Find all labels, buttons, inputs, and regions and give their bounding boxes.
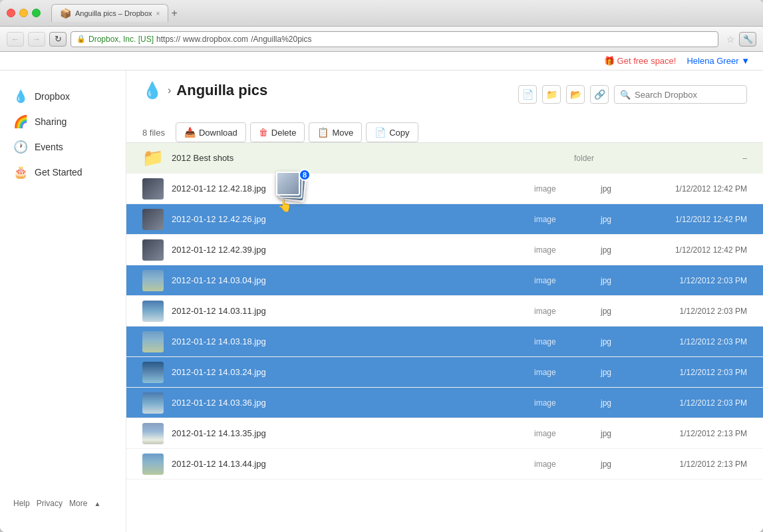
back-button[interactable]: ← [7,32,24,47]
new-folder-icon: 📁 [546,89,557,100]
file-type: image [534,368,601,377]
table-row[interactable]: 2012-01-12 12.42.39.jpg image jpg 1/12/2… [126,235,763,265]
sidebar-item-events[interactable]: 🕐 Events [0,134,126,160]
user-menu-link[interactable]: Helena Greer ▼ [687,56,750,66]
file-list: 📁 2012 Best shots folder – 2012-01-12 12… [126,143,763,532]
table-row[interactable]: 2012-01-12 14.13.35.jpg image jpg 1/12/2… [126,418,763,449]
file-ext: jpg [601,245,641,255]
maximize-window-button[interactable] [32,9,41,17]
move-button[interactable]: 📋 Move [309,122,362,142]
upload-file-button[interactable]: 📄 [518,85,537,104]
file-name: 2012 Best shots [172,153,574,163]
get-free-space-link[interactable]: 🎁 Get free space! [604,56,677,66]
bookmark-button[interactable]: ☆ [726,34,735,45]
table-row[interactable]: 2012-01-12 14.03.36.jpg image jpg 1/12/2… [126,388,763,418]
breadcrumb-separator: › [168,84,171,96]
file-type: image [534,460,601,469]
image-thumbnail [142,423,164,444]
new-tab-button[interactable]: + [171,7,177,19]
sidebar-item-get-started[interactable]: 🎂 Get Started [0,160,126,185]
search-icon: 🔍 [620,90,631,100]
user-dropdown-arrow: ▼ [741,56,750,66]
file-date: 1/12/2012 2:03 PM [641,276,747,285]
file-name: 2012-01-12 14.03.24.jpg [172,367,534,377]
table-row[interactable]: 2012-01-12 14.03.18.jpg image jpg 1/12/2… [126,327,763,357]
file-type: image [534,276,601,285]
file-name: 2012-01-12 14.03.04.jpg [172,275,534,285]
file-date: 1/12/2012 2:03 PM [641,307,747,316]
sidebar-label-events: Events [35,142,63,152]
search-box[interactable]: 🔍 [614,85,747,104]
download-button[interactable]: 📥 Download [176,122,246,142]
tab-close-button[interactable]: × [156,10,160,17]
thumbnail-image [142,209,164,230]
get-started-icon: 🎂 [13,165,28,180]
file-name: 2012-01-12 14.03.18.jpg [172,336,534,346]
thumbnail-image [142,270,164,291]
file-type: image [534,307,601,316]
image-thumbnail [142,392,164,414]
upload-file-icon: 📄 [522,89,534,100]
tab-title: Anguilla pics – Dropbox [75,9,152,17]
url-host: www.dropbox.com [183,35,248,44]
file-name: 2012-01-12 14.03.36.jpg [172,398,534,408]
file-ext: jpg [601,429,641,438]
table-row[interactable]: 2012-01-12 12.42.18.jpg image jpg 1/12/2… [126,174,763,204]
tab-favicon: 📦 [60,8,71,19]
image-thumbnail [142,209,164,230]
address-bar[interactable]: 🔒 Dropbox, Inc. [US] https:// www.dropbo… [71,31,718,47]
file-ext: jpg [601,215,641,224]
download-icon: 📥 [184,127,196,138]
new-folder-button[interactable]: 📁 [542,85,561,104]
files-count: 8 files [142,128,165,138]
file-date: 1/12/2012 12:42 PM [641,184,747,194]
delete-icon: 🗑 [259,127,268,138]
active-tab[interactable]: 📦 Anguilla pics – Dropbox × [51,4,168,22]
table-row[interactable]: 2012-01-12 14.03.04.jpg image jpg 1/12/2… [126,265,763,296]
file-ext: jpg [601,184,641,194]
move-icon: 📋 [317,127,329,138]
sidebar-item-sharing[interactable]: 🌈 Sharing [0,109,126,134]
privacy-link[interactable]: Privacy [37,499,63,508]
sidebar-label-dropbox: Dropbox [35,91,70,102]
tab-bar: 📦 Anguilla pics – Dropbox × + [51,4,178,22]
wrench-icon: 🔧 [743,35,753,44]
table-row[interactable]: 2012-01-12 14.13.44.jpg image jpg 1/12/2… [126,449,763,479]
table-row[interactable]: 2012-01-12 12.42.26.jpg image jpg 1/12/2… [126,204,763,235]
dropbox-logo-icon: 💧 [13,89,28,104]
file-type: image [534,245,601,255]
table-row[interactable]: 2012-01-12 14.03.24.jpg image jpg 1/12/2… [126,357,763,388]
thumbnail-image [142,331,164,352]
header-actions: 📄 📁 📂 🔗 🔍 [518,85,747,104]
more-link[interactable]: More [69,499,87,508]
browser-settings-button[interactable]: 🔧 [739,32,756,47]
thumbnail-image [142,362,164,383]
image-thumbnail [142,331,164,352]
copy-icon: 📄 [375,127,386,138]
thumbnail-image [142,454,164,475]
file-name: 2012-01-12 14.13.44.jpg [172,459,534,469]
image-thumbnail [142,301,164,322]
sidebar-label-get-started: Get Started [35,167,82,178]
table-row[interactable]: 2012-01-12 14.03.11.jpg image jpg 1/12/2… [126,296,763,327]
url-https: https:// [156,35,180,44]
share-folder-button[interactable]: 📂 [566,85,585,104]
file-type: image [534,184,601,194]
delete-button[interactable]: 🗑 Delete [250,122,305,142]
search-input[interactable] [635,90,728,100]
forward-button[interactable]: → [28,32,45,47]
help-link[interactable]: Help [13,499,30,508]
minimize-window-button[interactable] [19,9,28,17]
file-ext: jpg [601,307,641,316]
events-icon: 🕐 [13,140,28,154]
file-ext: jpg [601,398,641,408]
copy-button[interactable]: 📄 Copy [366,122,418,142]
close-window-button[interactable] [7,9,15,17]
delete-label: Delete [271,128,297,138]
sidebar-item-dropbox[interactable]: 💧 Dropbox [0,84,126,109]
link-button[interactable]: 🔗 [590,85,609,104]
file-type: image [534,429,601,438]
refresh-button[interactable]: ↻ [49,32,67,47]
table-row[interactable]: 📁 2012 Best shots folder – [126,143,763,174]
copy-label: Copy [389,128,409,138]
